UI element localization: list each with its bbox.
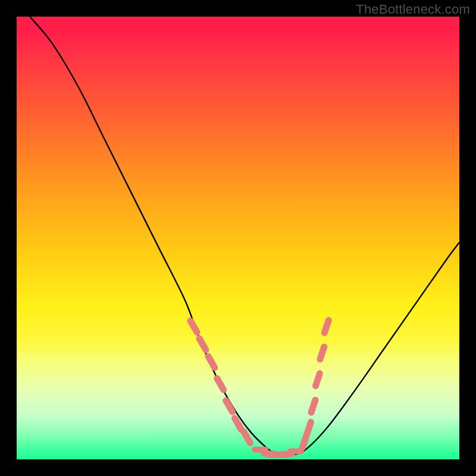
marker-group — [190, 320, 328, 455]
data-marker — [199, 339, 206, 350]
data-marker — [311, 400, 315, 412]
data-marker — [307, 422, 311, 434]
data-marker — [324, 320, 328, 333]
chart-frame: TheBottleneck.com — [0, 0, 476, 476]
curve-path — [30, 17, 459, 455]
bottleneck-curve — [17, 17, 459, 459]
data-marker — [243, 431, 250, 443]
data-marker — [226, 400, 233, 412]
data-marker — [320, 347, 324, 359]
plot-area — [17, 17, 459, 459]
data-marker — [315, 374, 320, 386]
data-marker — [235, 418, 242, 430]
watermark-text: TheBottleneck.com — [356, 2, 470, 17]
data-marker — [217, 378, 224, 390]
data-marker — [190, 321, 197, 332]
data-marker — [208, 356, 215, 368]
curve-path-group — [30, 17, 459, 455]
